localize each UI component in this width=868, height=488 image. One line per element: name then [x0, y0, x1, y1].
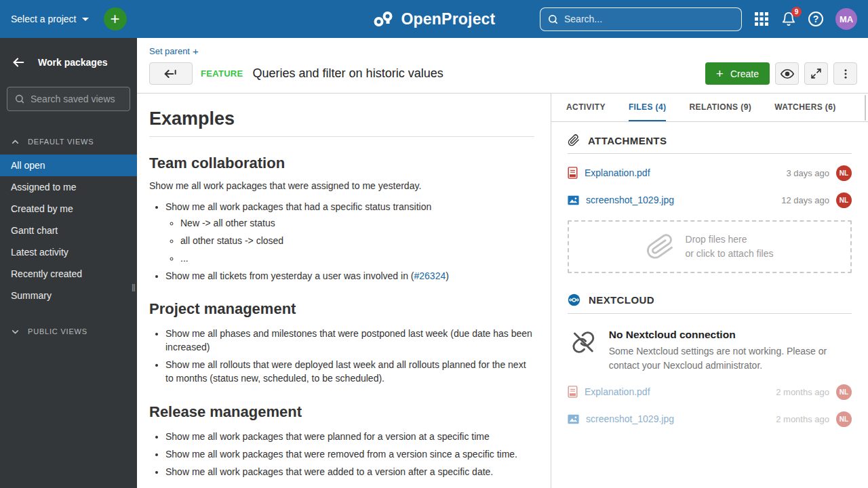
global-search[interactable] — [540, 7, 742, 31]
topbar-actions: 9 ? MA — [540, 7, 857, 31]
default-views-toggle[interactable]: DEFAULT VIEWS — [0, 134, 137, 149]
work-package-header: Set parent + FEATURE Queries and filter … — [137, 38, 868, 93]
sidebar-item-gantt-chart[interactable]: Gantt chart — [0, 220, 137, 241]
attachment-row: Explanation.pdf 3 days ago NL — [568, 165, 852, 181]
chevron-up-icon — [11, 138, 20, 146]
sidebar-resize-handle[interactable]: ‖ — [132, 282, 136, 293]
attachment-row: screenshot_1029.jpg 12 days ago NL — [568, 192, 852, 208]
openproject-logo-icon — [373, 11, 396, 27]
plus-icon: + — [716, 66, 724, 81]
search-icon — [14, 94, 25, 104]
top-bar: Select a project + OpenProject — [0, 0, 868, 38]
set-parent-link[interactable]: Set parent + — [149, 45, 199, 57]
ticket-link[interactable]: #26324 — [414, 270, 446, 281]
divider — [568, 153, 852, 154]
tab-relations[interactable]: RELATIONS (9) — [689, 94, 751, 121]
file-age: 3 days ago — [786, 168, 829, 178]
list-item: Show me all rollouts that were deployed … — [165, 359, 534, 386]
file-dropzone[interactable]: Drop files here or click to attach files — [568, 220, 852, 273]
bullet-list: Show me all work packages that had a spe… — [165, 201, 534, 283]
uploader-avatar[interactable]: NL — [836, 411, 852, 427]
sidebar-item-recently-created[interactable]: Recently created — [0, 263, 137, 285]
list-item: Show me all work packages that were remo… — [165, 448, 534, 462]
openproject-logo[interactable]: OpenProject — [373, 0, 496, 38]
sidebar: Work packages DEFAULT VIEWS All open Ass… — [0, 38, 137, 488]
work-package-title[interactable]: Queries and filter on historic values — [253, 66, 443, 81]
list-item: ... — [180, 252, 534, 266]
page-title: Examples — [149, 108, 534, 137]
user-avatar[interactable]: MA — [835, 8, 857, 30]
file-link[interactable]: Explanation.pdf — [585, 167, 650, 178]
panel-tabs: ACTIVITY FILES (4) RELATIONS (9) WATCHER… — [551, 94, 868, 122]
arrow-left-icon — [164, 68, 178, 79]
user-avatar-initials: MA — [840, 14, 853, 24]
uploader-avatar[interactable]: NL — [836, 192, 852, 208]
list-item: Show me all tickets from yesterday a use… — [165, 270, 534, 283]
section-heading-team-collaboration: Team collaboration — [149, 155, 534, 172]
bullet-list: Show me all phases and milestones that w… — [165, 327, 534, 386]
nextcloud-error-title: No Nextcloud connection — [609, 329, 852, 341]
back-to-list-button[interactable] — [149, 62, 193, 85]
file-age: 12 days ago — [781, 195, 829, 205]
modules-grid-button[interactable] — [754, 12, 769, 26]
watch-button[interactable] — [775, 62, 799, 85]
sidebar-item-latest-activity[interactable]: Latest activity — [0, 241, 137, 263]
panel-scrollbar[interactable] — [865, 95, 866, 121]
notification-badge: 9 — [791, 7, 802, 17]
attachments-header: ATTACHMENTS — [568, 134, 852, 146]
list-item: Show me all work packages that were plan… — [165, 430, 534, 444]
set-parent-label: Set parent — [149, 46, 190, 56]
default-views-label: DEFAULT VIEWS — [28, 138, 94, 146]
create-button-label: Create — [730, 68, 759, 79]
help-icon: ? — [813, 14, 819, 24]
uploader-avatar[interactable]: NL — [836, 384, 852, 400]
more-options-button[interactable] — [833, 62, 857, 85]
tab-files[interactable]: FILES (4) — [629, 94, 667, 121]
sub-bullet-list: New -> all other status all other status… — [180, 217, 534, 266]
file-link[interactable]: screenshot_1029.jpg — [586, 413, 674, 424]
create-button[interactable]: + Create — [705, 62, 770, 85]
broken-link-icon — [570, 329, 597, 356]
sidebar-item-summary[interactable]: Summary — [0, 285, 137, 306]
list-item: Show me all work packages that were adde… — [165, 466, 534, 479]
public-views-toggle[interactable]: PUBLIC VIEWS — [0, 324, 137, 339]
sidebar-item-created-by-me[interactable]: Created by me — [0, 198, 137, 220]
file-age: 2 months ago — [776, 387, 829, 397]
file-link[interactable]: Explanation.pdf — [585, 386, 650, 397]
saved-views-search[interactable] — [7, 87, 130, 111]
project-selector-label: Select a project — [11, 14, 77, 24]
section-heading-release-management: Release management — [149, 403, 534, 421]
chevron-down-icon — [82, 18, 89, 21]
tab-watchers[interactable]: WATCHERS (6) — [774, 94, 836, 121]
project-selector[interactable]: Select a project — [11, 14, 89, 24]
saved-views-search-input[interactable] — [31, 94, 123, 104]
global-search-input[interactable] — [564, 14, 734, 24]
type-badge[interactable]: FEATURE — [201, 68, 243, 79]
list-item-text: ) — [446, 270, 449, 281]
paperclip-icon — [568, 134, 580, 146]
divider — [568, 313, 852, 314]
uploader-avatar[interactable]: NL — [836, 165, 852, 181]
section-intro: Show me all work packages that were assi… — [149, 180, 534, 191]
nextcloud-file-row: screenshot_1029.jpg 2 months ago NL — [568, 411, 852, 427]
nextcloud-file-row: Explanation.pdf 2 months ago NL — [568, 384, 852, 400]
default-views-list: All open Assigned to me Created by me Ga… — [0, 155, 137, 306]
global-add-button[interactable]: + — [104, 7, 127, 30]
tab-activity[interactable]: ACTIVITY — [566, 94, 606, 121]
image-file-icon — [568, 414, 579, 424]
help-button[interactable]: ? — [808, 12, 823, 26]
notifications-button[interactable]: 9 — [781, 12, 796, 26]
sidebar-item-all-open[interactable]: All open — [0, 155, 137, 176]
search-icon — [547, 14, 559, 25]
file-link[interactable]: screenshot_1029.jpg — [586, 195, 674, 205]
fullscreen-button[interactable] — [804, 62, 828, 85]
list-item: New -> all other status — [180, 217, 534, 230]
sidebar-back-button[interactable] — [11, 55, 26, 70]
work-package-description: Examples Team collaboration Show me all … — [137, 94, 551, 488]
sidebar-item-assigned-to-me[interactable]: Assigned to me — [0, 176, 137, 198]
details-panel: ACTIVITY FILES (4) RELATIONS (9) WATCHER… — [551, 94, 868, 488]
eye-icon — [781, 67, 794, 81]
section-heading-project-management: Project management — [149, 300, 534, 318]
dropzone-line1: Drop files here — [686, 232, 774, 247]
nextcloud-header: NEXTCLOUD — [568, 293, 852, 306]
